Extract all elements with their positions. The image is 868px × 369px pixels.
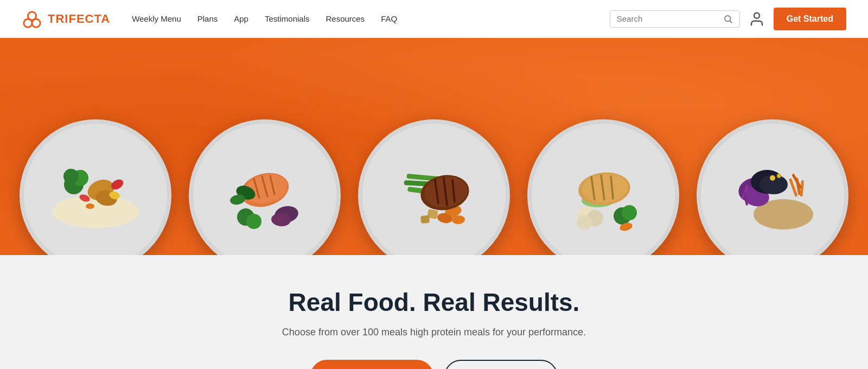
plates-container: [0, 38, 868, 255]
plate-1: [20, 119, 171, 255]
svg-rect-34: [420, 215, 430, 224]
nav-link-app[interactable]: App: [234, 14, 248, 23]
nav-link-testimonials[interactable]: Testimonials: [265, 14, 310, 23]
search-icon: [723, 14, 733, 24]
svg-point-64: [777, 174, 781, 178]
get-started-button[interactable]: Get Started: [774, 8, 846, 30]
cta-buttons: Shop Meal Plans Take The Quiz: [310, 360, 558, 369]
nav-link-plans[interactable]: Plans: [197, 14, 218, 23]
svg-point-2: [32, 19, 40, 27]
main-subheadline: Choose from over 100 meals high protein …: [282, 327, 586, 338]
plate-wrapper-3: [349, 119, 519, 255]
svg-point-1: [24, 19, 32, 27]
search-box: [610, 10, 740, 28]
shop-meal-plans-button[interactable]: Shop Meal Plans: [310, 360, 433, 369]
take-quiz-button[interactable]: Take The Quiz: [444, 360, 558, 369]
nav-links: Weekly Menu Plans App Testimonials Resou…: [132, 14, 397, 23]
logo-link[interactable]: TRIFECTA: [22, 9, 110, 29]
user-icon[interactable]: [749, 11, 765, 27]
svg-point-5: [754, 12, 760, 18]
plate-3: [358, 119, 510, 255]
brand-name: TRIFECTA: [48, 12, 110, 26]
search-input[interactable]: [617, 14, 719, 23]
plate-wrapper-1: [11, 119, 180, 255]
content-section: Real Food. Real Results. Choose from ove…: [0, 255, 868, 369]
nav-link-resources[interactable]: Resources: [326, 14, 365, 23]
svg-line-4: [730, 21, 731, 22]
nav-link-faq[interactable]: FAQ: [381, 14, 397, 23]
svg-point-44: [622, 205, 637, 220]
nav-right: Get Started: [610, 8, 846, 30]
svg-point-63: [770, 175, 775, 181]
svg-point-42: [577, 215, 592, 230]
plate-5: [697, 119, 848, 255]
plate-wrapper-2: [180, 119, 349, 255]
hero-banner: [0, 38, 868, 255]
nav-link-weekly-menu[interactable]: Weekly Menu: [132, 14, 181, 23]
main-nav: TRIFECTA Weekly Menu Plans App Testimoni…: [0, 0, 868, 38]
svg-rect-59: [800, 180, 804, 196]
plate-wrapper-5: [688, 119, 857, 255]
plate-2: [189, 119, 341, 255]
svg-point-9: [63, 169, 79, 184]
svg-point-6: [52, 195, 139, 228]
nav-left: TRIFECTA Weekly Menu Plans App Testimoni…: [22, 9, 397, 29]
logo-icon: [22, 9, 42, 29]
main-headline: Real Food. Real Results.: [289, 288, 580, 317]
plate-4: [527, 119, 679, 255]
svg-point-17: [246, 214, 261, 229]
plate-wrapper-4: [519, 119, 688, 255]
svg-point-15: [86, 203, 94, 209]
